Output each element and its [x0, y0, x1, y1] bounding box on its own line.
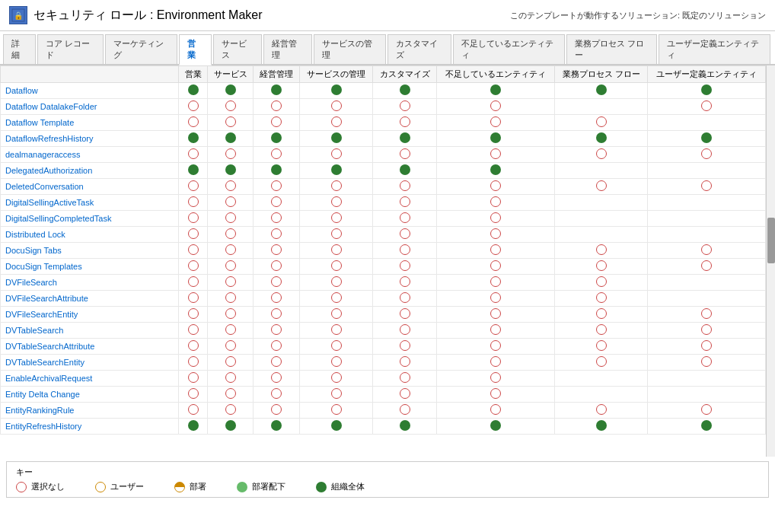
permission-cell[interactable]	[300, 227, 373, 243]
permission-cell[interactable]	[554, 339, 648, 355]
permission-cell[interactable]	[373, 371, 437, 387]
entity-name-cell[interactable]: DVTableSearch	[1, 323, 179, 339]
permission-cell[interactable]	[373, 307, 437, 323]
permission-cell[interactable]	[300, 195, 373, 211]
permission-cell[interactable]	[179, 115, 207, 131]
permission-cell[interactable]	[648, 227, 766, 243]
entity-name-cell[interactable]: Dataflow Template	[1, 115, 179, 131]
permission-cell[interactable]	[437, 419, 555, 435]
entity-name-cell[interactable]: Dataflow DatalakeFolder	[1, 99, 179, 115]
permission-cell[interactable]	[373, 419, 437, 435]
permission-cell[interactable]	[648, 83, 766, 99]
entity-name-cell[interactable]: DVTableSearchEntity	[1, 355, 179, 371]
entity-name-cell[interactable]: DelegatedAuthorization	[1, 163, 179, 179]
permission-cell[interactable]	[373, 355, 437, 371]
permission-cell[interactable]	[300, 371, 373, 387]
permission-cell[interactable]	[648, 243, 766, 259]
permission-cell[interactable]	[254, 99, 300, 115]
permission-cell[interactable]	[554, 355, 648, 371]
permission-cell[interactable]	[648, 211, 766, 227]
permission-cell[interactable]	[437, 147, 555, 163]
permission-cell[interactable]	[554, 371, 648, 387]
permission-cell[interactable]	[648, 371, 766, 387]
permission-cell[interactable]	[648, 195, 766, 211]
permission-cell[interactable]	[179, 211, 207, 227]
permission-cell[interactable]	[254, 419, 300, 435]
permission-cell[interactable]	[648, 387, 766, 403]
permission-cell[interactable]	[254, 387, 300, 403]
permission-cell[interactable]	[179, 403, 207, 419]
permission-cell[interactable]	[207, 211, 254, 227]
permission-cell[interactable]	[207, 195, 254, 211]
permission-cell[interactable]	[437, 323, 555, 339]
tab-sales[interactable]: 営業	[179, 34, 212, 65]
permission-cell[interactable]	[179, 259, 207, 275]
permission-cell[interactable]	[648, 291, 766, 307]
permission-cell[interactable]	[254, 371, 300, 387]
permission-cell[interactable]	[554, 275, 648, 291]
permission-cell[interactable]	[648, 307, 766, 323]
permission-cell[interactable]	[437, 83, 555, 99]
permission-cell[interactable]	[254, 259, 300, 275]
tab-marketing[interactable]: マーケティング	[105, 34, 177, 64]
entity-name-cell[interactable]: dealmanageraccess	[1, 147, 179, 163]
permission-cell[interactable]	[300, 115, 373, 131]
permission-cell[interactable]	[373, 259, 437, 275]
permission-cell[interactable]	[254, 163, 300, 179]
scrollbar[interactable]	[766, 65, 775, 457]
permission-cell[interactable]	[179, 387, 207, 403]
permission-cell[interactable]	[207, 371, 254, 387]
permission-cell[interactable]	[437, 211, 555, 227]
permission-cell[interactable]	[373, 195, 437, 211]
permission-cell[interactable]	[437, 387, 555, 403]
permission-cell[interactable]	[254, 179, 300, 195]
permission-cell[interactable]	[179, 195, 207, 211]
permission-cell[interactable]	[554, 291, 648, 307]
permission-cell[interactable]	[179, 419, 207, 435]
permission-cell[interactable]	[554, 163, 648, 179]
permission-cell[interactable]	[437, 195, 555, 211]
permission-cell[interactable]	[373, 243, 437, 259]
permission-cell[interactable]	[554, 147, 648, 163]
scrollbar-thumb[interactable]	[767, 218, 775, 263]
permission-cell[interactable]	[554, 419, 648, 435]
permission-cell[interactable]	[554, 323, 648, 339]
permission-cell[interactable]	[437, 115, 555, 131]
permission-cell[interactable]	[254, 355, 300, 371]
permission-cell[interactable]	[254, 275, 300, 291]
permission-cell[interactable]	[300, 291, 373, 307]
permission-cell[interactable]	[300, 147, 373, 163]
tab-core-records[interactable]: コア レコード	[37, 34, 104, 64]
permission-cell[interactable]	[300, 403, 373, 419]
permission-cell[interactable]	[300, 243, 373, 259]
permission-cell[interactable]	[254, 307, 300, 323]
permission-cell[interactable]	[373, 83, 437, 99]
entity-name-cell[interactable]: Dataflow	[1, 83, 179, 99]
permission-cell[interactable]	[554, 195, 648, 211]
permission-cell[interactable]	[254, 83, 300, 99]
entity-name-cell[interactable]: DVFileSearch	[1, 275, 179, 291]
permission-cell[interactable]	[300, 99, 373, 115]
permission-cell[interactable]	[373, 211, 437, 227]
permission-cell[interactable]	[554, 403, 648, 419]
permission-cell[interactable]	[207, 323, 254, 339]
permission-cell[interactable]	[207, 99, 254, 115]
permission-cell[interactable]	[437, 371, 555, 387]
permission-cell[interactable]	[437, 339, 555, 355]
permission-cell[interactable]	[179, 355, 207, 371]
permission-cell[interactable]	[554, 115, 648, 131]
permission-cell[interactable]	[373, 323, 437, 339]
permission-cell[interactable]	[207, 131, 254, 147]
tab-customization[interactable]: カスタマイズ	[388, 34, 452, 64]
permission-cell[interactable]	[373, 99, 437, 115]
permission-cell[interactable]	[437, 307, 555, 323]
permission-cell[interactable]	[207, 115, 254, 131]
permission-cell[interactable]	[179, 243, 207, 259]
permission-cell[interactable]	[207, 147, 254, 163]
permission-cell[interactable]	[648, 403, 766, 419]
permission-cell[interactable]	[554, 99, 648, 115]
permission-cell[interactable]	[648, 339, 766, 355]
permission-cell[interactable]	[648, 355, 766, 371]
tab-business-process[interactable]: 業務プロセス フロー	[566, 34, 657, 64]
permission-cell[interactable]	[437, 163, 555, 179]
